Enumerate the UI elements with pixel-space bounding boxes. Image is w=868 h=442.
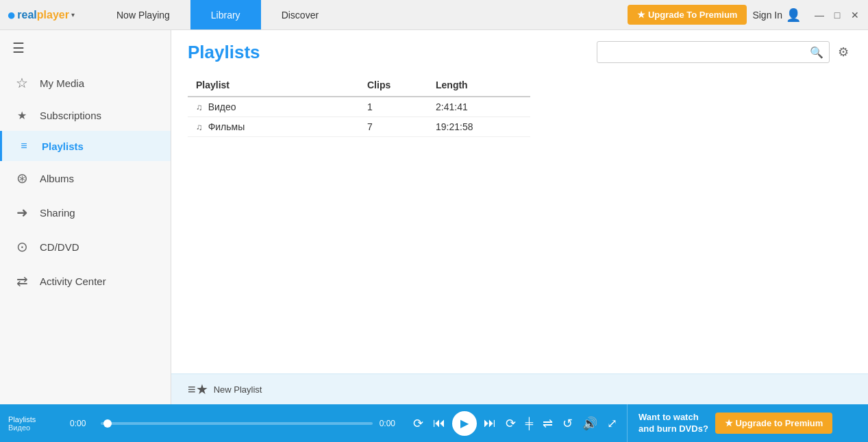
upgrade-to-premium-button[interactable]: ★ Upgrade To Premium <box>628 5 747 25</box>
search-input[interactable] <box>603 47 810 58</box>
sidebar-label-playlists: Playlists <box>42 140 84 152</box>
sidebar-label-albums: Albums <box>40 173 74 184</box>
new-playlist-bar[interactable]: ≡★ New Playlist <box>171 373 868 404</box>
signin-area[interactable]: Sign In 👤 <box>752 8 801 23</box>
close-button[interactable]: ✕ <box>847 8 863 23</box>
new-playlist-icon: ≡★ <box>188 381 208 397</box>
next-icon: ⏭ <box>484 416 496 430</box>
logo-text: realplayer <box>17 9 69 21</box>
sharing-icon: ➜ <box>14 204 30 221</box>
shuffle-icon: ⇌ <box>543 416 553 431</box>
maximize-button[interactable]: □ <box>830 8 845 23</box>
player-time-current: 0:00 <box>70 419 94 428</box>
equalizer-icon: ╪ <box>525 417 533 430</box>
promo-upgrade-button[interactable]: ★ Upgrade to Premium <box>715 413 832 434</box>
playlist-length-0: 2:41:41 <box>427 97 530 117</box>
header-right: 🔍 ⚙ <box>597 41 852 63</box>
sidebar-item-sharing[interactable]: ➜ Sharing <box>0 195 171 230</box>
cddvd-icon: ⊙ <box>14 238 30 255</box>
progress-handle[interactable] <box>103 419 112 428</box>
logo-area[interactable]: ● realplayer ▾ <box>0 6 96 24</box>
playlists-icon: ≡ <box>16 140 32 152</box>
playlist-row-icon-0: ♫ <box>196 102 203 112</box>
sidebar-label-activity-center: Activity Center <box>40 275 106 287</box>
search-box: 🔍 <box>597 41 830 63</box>
table-row[interactable]: ♫ Видео 1 2:41:41 <box>188 97 530 117</box>
forward-icon: ⟳ <box>506 416 516 431</box>
content-header: Playlists 🔍 ⚙ <box>171 30 868 74</box>
volume-icon: 🔊 <box>582 416 597 431</box>
user-icon: 👤 <box>786 8 801 23</box>
col-header-clips: Clips <box>359 74 427 97</box>
activity-icon: ⇄ <box>14 273 30 289</box>
window-controls: — □ ✕ <box>812 8 863 23</box>
prev-button[interactable]: ⏮ <box>430 413 448 433</box>
sidebar-label-sharing: Sharing <box>40 207 75 219</box>
promo-area: Want to watchand burn DVDs? ★ Upgrade to… <box>627 404 860 442</box>
equalizer-button[interactable]: ╪ <box>523 415 536 432</box>
playlist-clips-0: 1 <box>359 97 427 117</box>
playlist-row-icon-1: ♫ <box>196 122 203 132</box>
logo-dropdown[interactable]: ▾ <box>71 11 75 19</box>
sidebar: ☰ ☆ My Media ★ Subscriptions ≡ Playlists… <box>0 30 171 404</box>
playlist-name-1[interactable]: ♫ Фильмы <box>188 117 359 137</box>
logo-icon: ● <box>7 6 16 24</box>
sidebar-label-my-media: My Media <box>40 77 84 89</box>
playlist-name-0[interactable]: ♫ Видео <box>188 97 359 117</box>
table-row[interactable]: ♫ Фильмы 7 19:21:58 <box>188 117 530 137</box>
page-title: Playlists <box>188 42 260 63</box>
minimize-button[interactable]: — <box>812 8 827 23</box>
sidebar-label-subscriptions: Subscriptions <box>40 110 101 121</box>
play-button[interactable]: ▶ <box>452 411 477 436</box>
expand-icon: ⤢ <box>607 416 617 431</box>
player-track-name: Playlists <box>8 415 63 423</box>
sidebar-item-subscriptions[interactable]: ★ Subscriptions <box>0 100 171 131</box>
new-playlist-label: New Playlist <box>214 384 262 395</box>
albums-icon: ⊛ <box>14 170 30 186</box>
play-icon: ▶ <box>460 417 469 430</box>
expand-button[interactable]: ⤢ <box>604 413 620 434</box>
sidebar-item-albums[interactable]: ⊛ Albums <box>0 161 171 195</box>
main-layout: ☰ ☆ My Media ★ Subscriptions ≡ Playlists… <box>0 30 868 404</box>
sidebar-item-activity-center[interactable]: ⇄ Activity Center <box>0 264 171 298</box>
forward-button[interactable]: ⟳ <box>503 413 519 434</box>
playlist-clips-1: 7 <box>359 117 427 137</box>
sidebar-item-playlists[interactable]: ≡ Playlists <box>0 131 171 161</box>
sidebar-item-cddvd[interactable]: ⊙ CD/DVD <box>0 230 171 264</box>
player-controls: ⟳ ⏮ ▶ ⏭ ⟳ ╪ ⇌ ↺ 🔊 ⤢ <box>410 411 620 436</box>
rewind-icon: ⟳ <box>413 416 423 431</box>
player-sub-name: Видео <box>8 423 63 432</box>
rewind-button[interactable]: ⟳ <box>410 413 426 434</box>
col-header-length: Length <box>427 74 530 97</box>
nav-tabs: Now Playing Library Discover <box>96 0 339 29</box>
content-area: Playlists 🔍 ⚙ Playlist Clips Length <box>171 30 868 404</box>
player-time-total: 0:00 <box>380 419 404 428</box>
tab-discover[interactable]: Discover <box>261 0 339 29</box>
progress-bar[interactable] <box>101 422 373 425</box>
volume-button[interactable]: 🔊 <box>580 413 600 434</box>
tab-library[interactable]: Library <box>190 0 261 29</box>
title-bar: ● realplayer ▾ Now Playing Library Disco… <box>0 0 868 30</box>
shuffle-button[interactable]: ⇌ <box>540 413 556 434</box>
player-left-info: Playlists Видео <box>8 415 63 432</box>
table-container: Playlist Clips Length ♫ Видео 1 2:41:41 <box>171 74 868 373</box>
subscriptions-icon: ★ <box>14 109 30 122</box>
prev-icon: ⏮ <box>433 416 445 430</box>
playlist-table: Playlist Clips Length ♫ Видео 1 2:41:41 <box>188 74 530 137</box>
signin-label: Sign In <box>752 10 782 21</box>
promo-text: Want to watchand burn DVDs? <box>638 412 708 435</box>
search-icon[interactable]: 🔍 <box>810 46 823 59</box>
playlist-length-1: 19:21:58 <box>427 117 530 137</box>
tab-now-playing[interactable]: Now Playing <box>96 0 190 29</box>
col-header-playlist: Playlist <box>188 74 359 97</box>
title-bar-right: ★ Upgrade To Premium Sign In 👤 — □ ✕ <box>628 5 868 25</box>
repeat-button[interactable]: ↺ <box>560 413 575 434</box>
settings-icon[interactable]: ⚙ <box>835 42 852 62</box>
sidebar-item-my-media[interactable]: ☆ My Media <box>0 66 171 100</box>
repeat-icon: ↺ <box>562 416 573 431</box>
hamburger-menu[interactable]: ☰ <box>0 30 171 66</box>
sidebar-label-cddvd: CD/DVD <box>40 241 79 253</box>
player-bar: Playlists Видео 0:00 0:00 ⟳ ⏮ ▶ ⏭ ⟳ ╪ ⇌ … <box>0 404 868 442</box>
next-button[interactable]: ⏭ <box>481 413 499 433</box>
star-icon: ☆ <box>14 75 30 91</box>
